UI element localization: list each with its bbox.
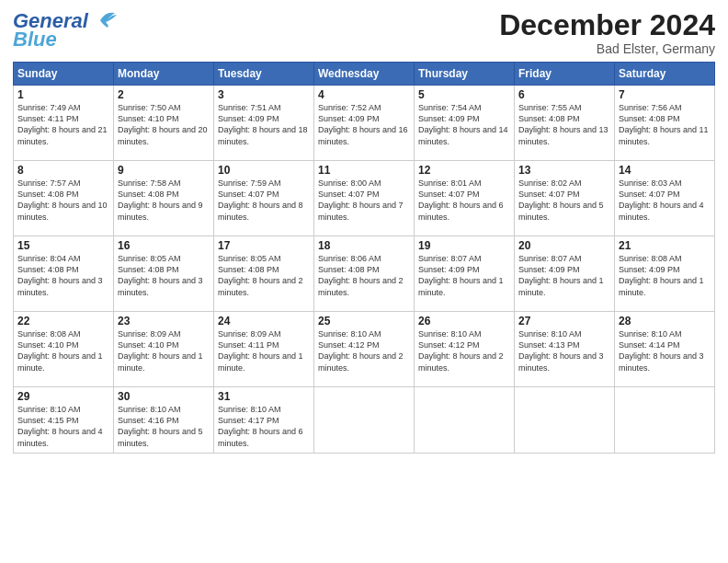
calendar-cell: 30Sunrise: 8:10 AMSunset: 4:16 PMDayligh… [114, 387, 214, 454]
calendar-week-4: 22Sunrise: 8:08 AMSunset: 4:10 PMDayligh… [14, 312, 715, 387]
month-title: December 2024 [499, 9, 715, 41]
calendar-cell [515, 387, 615, 454]
day-number: 13 [518, 164, 610, 177]
cell-info: Sunrise: 8:08 AMSunset: 4:09 PMDaylight:… [619, 253, 711, 298]
calendar-cell: 21Sunrise: 8:08 AMSunset: 4:09 PMDayligh… [615, 236, 715, 312]
page: General Blue December 2024 Bad Elster, G… [0, 0, 728, 563]
day-header-wednesday: Wednesday [314, 63, 415, 86]
cell-info: Sunrise: 8:10 AMSunset: 4:14 PMDaylight:… [619, 328, 711, 373]
calendar-header-row: SundayMondayTuesdayWednesdayThursdayFrid… [14, 63, 715, 86]
cell-info: Sunrise: 8:09 AMSunset: 4:11 PMDaylight:… [218, 328, 310, 373]
calendar-cell: 24Sunrise: 8:09 AMSunset: 4:11 PMDayligh… [214, 312, 314, 387]
calendar-cell: 17Sunrise: 8:05 AMSunset: 4:08 PMDayligh… [214, 236, 314, 312]
cell-info: Sunrise: 8:01 AMSunset: 4:07 PMDaylight:… [418, 178, 510, 223]
cell-info: Sunrise: 8:05 AMSunset: 4:08 PMDaylight:… [218, 253, 310, 298]
calendar-cell: 25Sunrise: 8:10 AMSunset: 4:12 PMDayligh… [314, 312, 415, 387]
calendar-week-5: 29Sunrise: 8:10 AMSunset: 4:15 PMDayligh… [14, 387, 715, 454]
day-header-friday: Friday [515, 63, 615, 86]
day-number: 5 [418, 88, 510, 101]
day-number: 6 [518, 88, 610, 101]
cell-info: Sunrise: 7:51 AMSunset: 4:09 PMDaylight:… [218, 102, 310, 147]
day-number: 21 [619, 239, 711, 252]
day-number: 12 [418, 164, 510, 177]
calendar-cell [615, 387, 715, 454]
calendar-cell: 10Sunrise: 7:59 AMSunset: 4:07 PMDayligh… [214, 161, 314, 236]
day-number: 3 [218, 88, 310, 101]
calendar-cell: 11Sunrise: 8:00 AMSunset: 4:07 PMDayligh… [314, 161, 415, 236]
calendar-cell: 15Sunrise: 8:04 AMSunset: 4:08 PMDayligh… [14, 236, 114, 312]
cell-info: Sunrise: 7:59 AMSunset: 4:07 PMDaylight:… [218, 178, 310, 223]
cell-info: Sunrise: 8:03 AMSunset: 4:07 PMDaylight:… [619, 178, 711, 223]
day-number: 8 [17, 164, 109, 177]
title-block: December 2024 Bad Elster, Germany [499, 9, 715, 56]
cell-info: Sunrise: 7:56 AMSunset: 4:08 PMDaylight:… [619, 102, 711, 147]
calendar-cell: 16Sunrise: 8:05 AMSunset: 4:08 PMDayligh… [114, 236, 214, 312]
day-number: 20 [518, 239, 610, 252]
cell-info: Sunrise: 7:57 AMSunset: 4:08 PMDaylight:… [17, 178, 109, 223]
day-number: 29 [17, 390, 109, 403]
day-number: 2 [118, 88, 210, 101]
day-number: 11 [318, 164, 410, 177]
calendar-cell: 4Sunrise: 7:52 AMSunset: 4:09 PMDaylight… [314, 86, 415, 161]
calendar-cell: 28Sunrise: 8:10 AMSunset: 4:14 PMDayligh… [615, 312, 715, 387]
calendar-cell: 31Sunrise: 8:10 AMSunset: 4:17 PMDayligh… [214, 387, 314, 454]
day-number: 31 [218, 390, 310, 403]
calendar-cell: 19Sunrise: 8:07 AMSunset: 4:09 PMDayligh… [415, 236, 515, 312]
calendar-cell: 9Sunrise: 7:58 AMSunset: 4:08 PMDaylight… [114, 161, 214, 236]
day-header-sunday: Sunday [14, 63, 114, 86]
day-header-tuesday: Tuesday [214, 63, 314, 86]
day-number: 26 [418, 315, 510, 327]
calendar-cell: 8Sunrise: 7:57 AMSunset: 4:08 PMDaylight… [14, 161, 114, 236]
cell-info: Sunrise: 8:10 AMSunset: 4:17 PMDaylight:… [218, 404, 310, 449]
calendar-cell: 29Sunrise: 8:10 AMSunset: 4:15 PMDayligh… [14, 387, 114, 454]
cell-info: Sunrise: 8:09 AMSunset: 4:10 PMDaylight:… [118, 328, 210, 373]
logo-blue: Blue [13, 28, 57, 52]
day-number: 1 [17, 88, 109, 101]
day-number: 17 [218, 239, 310, 252]
day-number: 7 [619, 88, 711, 101]
cell-info: Sunrise: 8:02 AMSunset: 4:07 PMDaylight:… [518, 178, 610, 223]
cell-info: Sunrise: 8:06 AMSunset: 4:08 PMDaylight:… [318, 253, 410, 298]
day-number: 19 [418, 239, 510, 252]
day-number: 18 [318, 239, 410, 252]
cell-info: Sunrise: 8:00 AMSunset: 4:07 PMDaylight:… [318, 178, 410, 223]
day-number: 9 [118, 164, 210, 177]
cell-info: Sunrise: 7:58 AMSunset: 4:08 PMDaylight:… [118, 178, 210, 223]
calendar-cell: 27Sunrise: 8:10 AMSunset: 4:13 PMDayligh… [515, 312, 615, 387]
cell-info: Sunrise: 8:10 AMSunset: 4:12 PMDaylight:… [418, 328, 510, 373]
calendar-cell: 6Sunrise: 7:55 AMSunset: 4:08 PMDaylight… [515, 86, 615, 161]
day-number: 24 [218, 315, 310, 327]
logo-bird-icon [91, 9, 117, 29]
calendar-week-3: 15Sunrise: 8:04 AMSunset: 4:08 PMDayligh… [14, 236, 715, 312]
cell-info: Sunrise: 7:55 AMSunset: 4:08 PMDaylight:… [518, 102, 610, 147]
day-number: 25 [318, 315, 410, 327]
day-header-saturday: Saturday [615, 63, 715, 86]
calendar-cell [415, 387, 515, 454]
calendar-cell [314, 387, 415, 454]
day-number: 4 [318, 88, 410, 101]
cell-info: Sunrise: 8:07 AMSunset: 4:09 PMDaylight:… [418, 253, 510, 298]
calendar-cell: 26Sunrise: 8:10 AMSunset: 4:12 PMDayligh… [415, 312, 515, 387]
day-number: 30 [118, 390, 210, 403]
calendar-cell: 20Sunrise: 8:07 AMSunset: 4:09 PMDayligh… [515, 236, 615, 312]
cell-info: Sunrise: 7:50 AMSunset: 4:10 PMDaylight:… [118, 102, 210, 147]
day-number: 28 [619, 315, 711, 327]
cell-info: Sunrise: 8:10 AMSunset: 4:16 PMDaylight:… [118, 404, 210, 449]
day-number: 16 [118, 239, 210, 252]
calendar-cell: 5Sunrise: 7:54 AMSunset: 4:09 PMDaylight… [415, 86, 515, 161]
calendar-cell: 14Sunrise: 8:03 AMSunset: 4:07 PMDayligh… [615, 161, 715, 236]
logo: General Blue [13, 9, 117, 52]
cell-info: Sunrise: 8:05 AMSunset: 4:08 PMDaylight:… [118, 253, 210, 298]
calendar-cell: 1Sunrise: 7:49 AMSunset: 4:11 PMDaylight… [14, 86, 114, 161]
header: General Blue December 2024 Bad Elster, G… [13, 9, 715, 56]
day-number: 22 [17, 315, 109, 327]
cell-info: Sunrise: 8:08 AMSunset: 4:10 PMDaylight:… [17, 328, 109, 373]
cell-info: Sunrise: 7:54 AMSunset: 4:09 PMDaylight:… [418, 102, 510, 147]
cell-info: Sunrise: 8:10 AMSunset: 4:13 PMDaylight:… [518, 328, 610, 373]
cell-info: Sunrise: 7:52 AMSunset: 4:09 PMDaylight:… [318, 102, 410, 147]
calendar-cell: 12Sunrise: 8:01 AMSunset: 4:07 PMDayligh… [415, 161, 515, 236]
calendar-cell: 23Sunrise: 8:09 AMSunset: 4:10 PMDayligh… [114, 312, 214, 387]
calendar-week-2: 8Sunrise: 7:57 AMSunset: 4:08 PMDaylight… [14, 161, 715, 236]
cell-info: Sunrise: 8:07 AMSunset: 4:09 PMDaylight:… [518, 253, 610, 298]
day-number: 14 [619, 164, 711, 177]
